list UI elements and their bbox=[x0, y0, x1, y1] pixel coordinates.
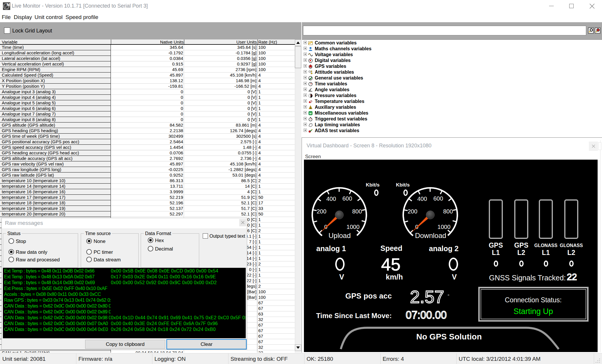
svg-text:600: 600 bbox=[433, 195, 443, 202]
svg-text:400: 400 bbox=[417, 196, 427, 202]
svg-text:1000: 1000 bbox=[438, 224, 451, 230]
svg-text:800: 800 bbox=[352, 208, 362, 215]
svg-text:A: A bbox=[310, 107, 311, 109]
svg-text:200: 200 bbox=[407, 208, 417, 215]
svg-text:800: 800 bbox=[443, 208, 453, 215]
svg-text:1000: 1000 bbox=[347, 224, 360, 230]
svg-text:400: 400 bbox=[326, 196, 336, 202]
svg-text:M: M bbox=[7, 2, 10, 7]
svg-text:M: M bbox=[309, 112, 312, 115]
svg-text:200: 200 bbox=[317, 208, 326, 215]
svg-text:600: 600 bbox=[342, 195, 352, 202]
